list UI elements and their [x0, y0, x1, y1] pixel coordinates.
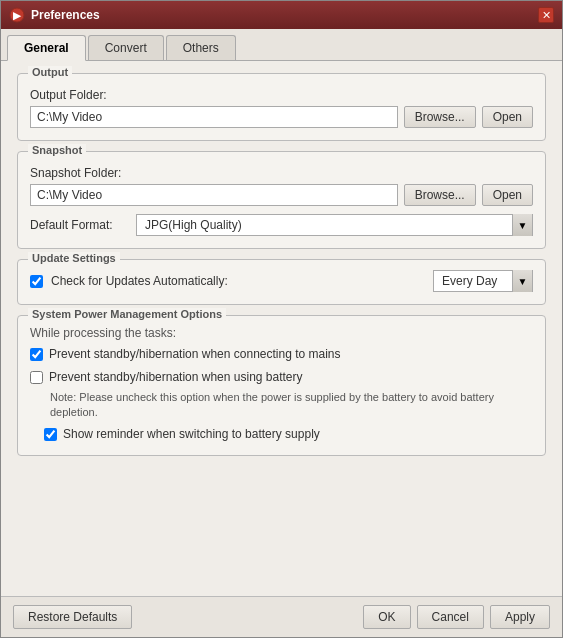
output-folder-row: Browse... Open: [30, 106, 533, 128]
output-browse-button[interactable]: Browse...: [404, 106, 476, 128]
battery-note: Note: Please uncheck this option when th…: [50, 390, 533, 421]
output-folder-label: Output Folder:: [30, 88, 533, 102]
window-title: Preferences: [31, 8, 538, 22]
apply-button[interactable]: Apply: [490, 605, 550, 629]
tab-others[interactable]: Others: [166, 35, 236, 60]
tab-convert[interactable]: Convert: [88, 35, 164, 60]
restore-defaults-button[interactable]: Restore Defaults: [13, 605, 132, 629]
prevent-battery-label: Prevent standby/hibernation when using b…: [49, 369, 303, 386]
power-section-title: System Power Management Options: [28, 308, 226, 320]
frequency-value: Every Day: [434, 272, 512, 290]
cancel-button[interactable]: Cancel: [417, 605, 484, 629]
bottom-right: OK Cancel Apply: [363, 605, 550, 629]
titlebar: ▶ Preferences ✕: [1, 1, 562, 29]
snapshot-open-button[interactable]: Open: [482, 184, 533, 206]
tab-general[interactable]: General: [7, 35, 86, 61]
prevent-mains-label: Prevent standby/hibernation when connect…: [49, 346, 341, 363]
format-select[interactable]: JPG(High Quality) ▼: [136, 214, 533, 236]
prevent-battery-checkbox[interactable]: [30, 371, 43, 384]
snapshot-browse-button[interactable]: Browse...: [404, 184, 476, 206]
frequency-dropdown-arrow[interactable]: ▼: [512, 270, 532, 292]
preferences-window: ▶ Preferences ✕ General Convert Others O…: [0, 0, 563, 638]
format-row: Default Format: JPG(High Quality) ▼: [30, 214, 533, 236]
update-row: Check for Updates Automatically: Every D…: [30, 270, 533, 292]
snapshot-folder-row: Browse... Open: [30, 184, 533, 206]
close-button[interactable]: ✕: [538, 7, 554, 23]
format-value: JPG(High Quality): [137, 216, 512, 234]
prevent-battery-row: Prevent standby/hibernation when using b…: [30, 369, 533, 386]
output-open-button[interactable]: Open: [482, 106, 533, 128]
svg-text:▶: ▶: [13, 10, 22, 21]
format-dropdown-arrow[interactable]: ▼: [512, 214, 532, 236]
output-folder-input[interactable]: [30, 106, 398, 128]
output-section-title: Output: [28, 66, 72, 78]
frequency-select[interactable]: Every Day ▼: [433, 270, 533, 292]
output-section: Output Output Folder: Browse... Open: [17, 73, 546, 141]
app-icon: ▶: [9, 7, 25, 23]
power-section: System Power Management Options While pr…: [17, 315, 546, 456]
main-content: Output Output Folder: Browse... Open Sna…: [1, 61, 562, 596]
snapshot-section-title: Snapshot: [28, 144, 86, 156]
format-label: Default Format:: [30, 218, 130, 232]
bottom-bar: Restore Defaults OK Cancel Apply: [1, 596, 562, 637]
prevent-mains-checkbox[interactable]: [30, 348, 43, 361]
snapshot-section: Snapshot Snapshot Folder: Browse... Open…: [17, 151, 546, 249]
prevent-mains-row: Prevent standby/hibernation when connect…: [30, 346, 533, 363]
update-section-title: Update Settings: [28, 252, 120, 264]
while-processing-label: While processing the tasks:: [30, 326, 533, 340]
auto-update-checkbox[interactable]: [30, 275, 43, 288]
tabs-bar: General Convert Others: [1, 29, 562, 61]
auto-update-label: Check for Updates Automatically:: [51, 274, 425, 288]
show-reminder-label: Show reminder when switching to battery …: [63, 426, 320, 443]
update-section: Update Settings Check for Updates Automa…: [17, 259, 546, 305]
show-reminder-row: Show reminder when switching to battery …: [44, 426, 533, 443]
ok-button[interactable]: OK: [363, 605, 410, 629]
snapshot-folder-label: Snapshot Folder:: [30, 166, 533, 180]
snapshot-folder-input[interactable]: [30, 184, 398, 206]
show-reminder-checkbox[interactable]: [44, 428, 57, 441]
bottom-left: Restore Defaults: [13, 605, 132, 629]
